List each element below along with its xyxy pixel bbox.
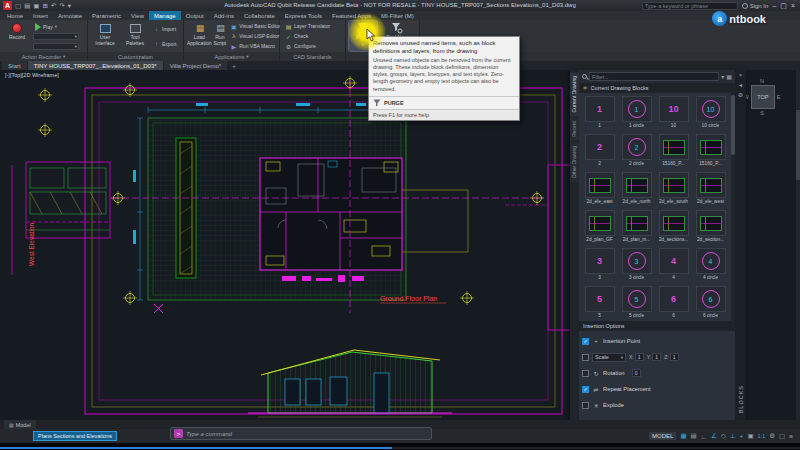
block-item[interactable]: 33 <box>581 247 618 285</box>
panel-label-applications[interactable]: Applications▾ <box>184 52 279 61</box>
block-item[interactable]: 2d_ele_north <box>618 171 655 209</box>
model-tab[interactable]: ▦Model <box>4 420 36 429</box>
block-item[interactable]: 1010 <box>655 95 692 133</box>
block-item[interactable]: 2d_plan_GF <box>581 209 618 247</box>
block-item[interactable]: 11 circle <box>618 95 655 133</box>
block-item[interactable]: 55 circle <box>618 285 655 321</box>
palette-scrollbar[interactable] <box>731 93 735 321</box>
save-icon[interactable]: ▣ <box>33 2 39 10</box>
new-file-icon[interactable]: ▢ <box>15 2 21 10</box>
rotation-option[interactable]: ↻ Rotation 0 <box>582 366 732 380</box>
tab-parametric[interactable]: Parametric <box>87 11 126 20</box>
tab-featured-apps[interactable]: Featured Apps <box>327 11 376 20</box>
tab-other-drawing[interactable]: Other Drawing <box>570 142 579 182</box>
visual-basic-editor-button[interactable]: ▣Visual Basic Editor <box>228 22 283 31</box>
repeat-placement-option[interactable]: ⇄ Repeat Placement <box>582 382 732 396</box>
palette-properties-icon[interactable]: ⚙ <box>738 91 743 98</box>
run-vba-macro-button[interactable]: ▶Run VBA Macro <box>228 42 283 51</box>
tab-view[interactable]: View <box>126 11 149 20</box>
redo-icon[interactable]: ↷ <box>59 2 64 10</box>
user-interface-button[interactable]: User Interface <box>91 21 119 51</box>
view-options-icon[interactable]: ▦ <box>726 73 732 80</box>
sort-icon[interactable]: ▾ <box>721 73 724 80</box>
viewcube-east[interactable]: E <box>777 94 781 100</box>
action-preference-dropdown[interactable]: ▾ <box>33 43 79 50</box>
check-button[interactable]: ✓Check <box>283 32 332 41</box>
lineweight-toggle-icon[interactable]: ▣ <box>747 432 753 440</box>
insertion-point-option[interactable]: + Insertion Point <box>582 334 732 348</box>
load-application-button[interactable]: ▦ Load Application <box>187 21 211 51</box>
viewcube-top-face[interactable]: TOP <box>751 85 775 109</box>
block-item[interactable]: 1010 circle <box>692 95 729 133</box>
record-button[interactable]: Record <box>3 21 31 51</box>
block-item[interactable]: 33 circle <box>618 247 655 285</box>
dynamic-input-icon[interactable]: + <box>740 433 744 440</box>
explode-option[interactable]: ✳ Explode <box>582 398 732 412</box>
plot-icon[interactable]: ⊞ <box>42 2 47 10</box>
tab-collaborate[interactable]: Collaborate <box>239 11 280 20</box>
canvas-scrollbar[interactable] <box>796 70 800 420</box>
configure-button[interactable]: ⚙Configure <box>283 42 332 51</box>
insertion-options-header[interactable]: Insertion Options <box>579 321 735 331</box>
help-search-input[interactable] <box>642 2 738 10</box>
file-tab-villa-project[interactable]: Villa Project Demo* <box>164 61 228 70</box>
tab-current-drawing[interactable]: Current Drawing <box>570 72 579 116</box>
tool-palettes-button[interactable]: Tool Palettes <box>121 21 149 51</box>
scale-option[interactable]: Scale▾ X:1 Y:1 Z:1 <box>582 350 732 364</box>
file-tab-tiny-house[interactable]: TINY HOUSE_TRP007_..Elevations_01_D03* <box>28 61 163 70</box>
block-item[interactable]: 44 <box>655 247 692 285</box>
block-item[interactable]: 22 <box>581 133 618 171</box>
explode-checkbox[interactable] <box>582 402 589 409</box>
osnap-toggle-icon[interactable]: ⊥ <box>730 432 736 440</box>
block-item[interactable]: 22 circle <box>618 133 655 171</box>
panel-label-cad-standards[interactable]: CAD Standards <box>280 52 345 61</box>
isodraft-icon[interactable]: ◇ <box>721 432 726 440</box>
play-button[interactable]: Play▾ <box>33 22 79 31</box>
model-space-button[interactable]: MODEL <box>649 432 676 440</box>
scale-x-field[interactable]: 1 <box>635 353 644 361</box>
command-line[interactable]: > Type a command <box>170 427 432 440</box>
block-filter-input[interactable] <box>589 72 719 81</box>
import-button[interactable]: ↓Import <box>151 24 178 33</box>
block-item[interactable]: 55 <box>581 285 618 321</box>
new-drawing-tab-button[interactable]: + <box>228 61 240 70</box>
tab-manage[interactable]: Manage <box>149 11 181 20</box>
palette-autohide-icon[interactable]: ◂ <box>739 81 742 88</box>
tab-recent[interactable]: Recent <box>570 117 579 141</box>
block-item[interactable]: 15160_P... <box>692 133 729 171</box>
scale-z-field[interactable]: 1 <box>670 353 679 361</box>
scale-y-field[interactable]: 1 <box>652 353 661 361</box>
block-item[interactable]: 2d_ele_east <box>581 171 618 209</box>
annotation-monitor-icon[interactable]: ▢ <box>779 432 785 440</box>
open-file-icon[interactable]: ▤ <box>24 2 30 10</box>
snap-toggle-icon[interactable]: ▤ <box>691 432 697 440</box>
tab-output[interactable]: Output <box>181 11 209 20</box>
viewport-controls[interactable]: [-][Top][2D Wireframe] <box>5 72 59 78</box>
close-button[interactable]: × <box>791 2 795 10</box>
command-input-placeholder[interactable]: Type a command <box>186 431 232 437</box>
tab-home[interactable]: Home <box>2 11 28 20</box>
block-item[interactable]: 44 circle <box>692 247 729 285</box>
undo-icon[interactable]: ↶ <box>51 2 56 10</box>
ortho-toggle-icon[interactable]: ∟ <box>701 433 707 440</box>
polar-tracking-icon[interactable]: ∠ <box>711 432 717 440</box>
insertion-point-checkbox[interactable] <box>582 338 589 345</box>
layer-translator-button[interactable]: ▤Layer Translator <box>283 22 332 31</box>
repeat-placement-checkbox[interactable] <box>582 386 589 393</box>
restore-button[interactable]: ▢ <box>780 2 787 10</box>
block-item[interactable]: 2d_plan_m... <box>618 209 655 247</box>
tab-annotate[interactable]: Annotate <box>53 11 87 20</box>
grid-toggle-icon[interactable]: ▦ <box>680 432 686 440</box>
block-item[interactable]: 2d_ele_south <box>655 171 692 209</box>
block-item[interactable]: 2d_ele_west <box>692 171 729 209</box>
annotation-scale-button[interactable]: 1:1 <box>758 433 766 439</box>
qat-menu-icon[interactable]: ▾ <box>68 2 71 10</box>
block-item[interactable]: 2d_sections... <box>655 209 692 247</box>
sign-in-button[interactable]: Sign In <box>742 3 769 9</box>
palette-close-icon[interactable]: × <box>739 72 743 78</box>
scale-checkbox[interactable] <box>582 354 589 361</box>
block-item[interactable]: 11 <box>581 95 618 133</box>
export-button[interactable]: ↑Export <box>151 39 178 48</box>
tab-addins[interactable]: Add-ins <box>209 11 239 20</box>
rotation-angle-field[interactable]: 0 <box>632 369 641 377</box>
